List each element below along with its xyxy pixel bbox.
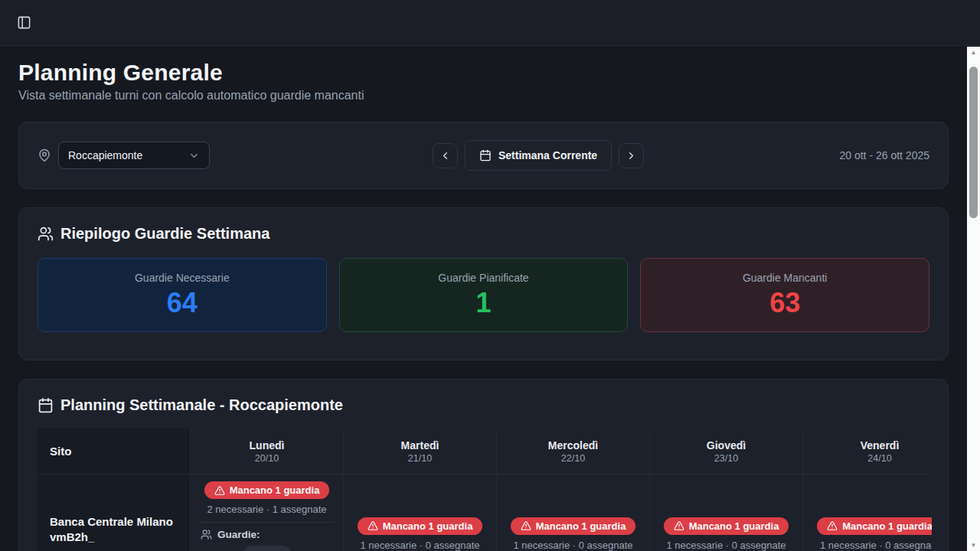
day-date: 22/10 [561, 453, 585, 464]
day-date: 21/10 [408, 453, 432, 464]
missing-guards-badge: Mancano 1 guardia [358, 517, 483, 535]
prev-week-button[interactable] [433, 143, 458, 168]
day-column-header: Martedì21/10 [344, 429, 497, 474]
location-select[interactable]: Roccapiemonte [58, 142, 210, 169]
vertical-scrollbar[interactable]: ▲ ▼ [967, 47, 980, 551]
missing-guards-badge: Mancano 1 guardia [511, 517, 636, 535]
date-range-label: 20 ott - 26 ott 2025 [839, 149, 929, 161]
day-name: Giovedì [707, 439, 746, 452]
week-toolbar: Roccapiemonte Settimana Corrente [18, 122, 949, 189]
missing-guards-badge-label: Mancano 1 guardia [536, 520, 626, 532]
day-column-header: Giovedì23/10 [650, 429, 803, 474]
summary-title: Riepilogo Guardie Settimana [60, 225, 270, 243]
day-shift-cell: Mancano 1 guardia2 necessarie · 1 assegn… [191, 474, 344, 551]
table-header-row: Sito Lunedì20/10Martedì21/10Mercoledì22/… [38, 429, 932, 474]
missing-guards-badge: Mancano 1 guardia [817, 517, 932, 535]
users-icon [201, 529, 212, 540]
calendar-icon [479, 149, 492, 161]
triangle-alert-icon [827, 520, 838, 531]
scrollbar-thumb[interactable] [969, 67, 978, 218]
schedule-table-wrap: Sito Lunedì20/10Martedì21/10Mercoledì22/… [38, 429, 932, 551]
page-title: Planning Generale [18, 60, 949, 86]
stat-label: Guardie Mancanti [641, 272, 929, 284]
triangle-alert-icon [521, 520, 531, 531]
triangle-alert-icon [368, 520, 378, 531]
guards-count-info: 1 necessarie · 0 assegnate [513, 540, 632, 551]
day-shift-cell: Mancano 1 guardia1 necessarie · 0 assegn… [650, 474, 803, 551]
table-row: Banca Centrale Milano vmB2h_ Mancano 1 g… [38, 474, 932, 551]
next-week-button[interactable] [619, 143, 644, 168]
planning-header: Planning Settimanale - Roccapiemonte [38, 396, 929, 414]
site-column-header: Sito [38, 429, 191, 474]
page-content: Planning Generale Vista settimanale turn… [0, 47, 967, 551]
calendar-icon [38, 397, 54, 413]
guard-chip[interactable] [243, 546, 291, 551]
day-column-header: Mercoledì22/10 [497, 429, 650, 474]
planning-title: Planning Settimanale - Roccapiemonte [60, 396, 343, 414]
day-name: Martedì [401, 439, 439, 452]
guards-count-info: 1 necessarie · 0 assegnate [360, 540, 479, 551]
page-subtitle: Vista settimanale turni con calcolo auto… [18, 89, 949, 103]
map-pin-icon [38, 148, 51, 162]
guards-count-info: 1 necessarie · 0 assegnate [820, 540, 932, 551]
day-column-header: Lunedì20/10 [191, 429, 344, 474]
day-date: 24/10 [867, 453, 891, 464]
stat-card-mancanti: Guardie Mancanti 63 [640, 258, 929, 332]
guards-label-row: Guardie: [201, 529, 260, 540]
location-group: Roccapiemonte [38, 142, 210, 169]
missing-guards-badge-label: Mancano 1 guardia [383, 520, 473, 532]
day-date: 23/10 [714, 453, 738, 464]
stat-label: Guardie Necessarie [38, 272, 326, 284]
stat-value: 1 [340, 287, 628, 319]
guards-count-info: 2 necessarie · 1 assegnate [207, 504, 326, 515]
site-name-cell: Banca Centrale Milano vmB2h_ [38, 474, 191, 551]
top-bar [0, 0, 980, 46]
stat-card-necessarie: Guardie Necessarie 64 [38, 258, 327, 332]
chevron-left-icon [439, 150, 451, 161]
triangle-alert-icon [674, 520, 684, 531]
scroll-down-arrow-icon[interactable]: ▼ [967, 540, 980, 551]
schedule-table: Sito Lunedì20/10Martedì21/10Mercoledì22/… [38, 429, 932, 551]
missing-guards-badge-label: Mancano 1 guardia [842, 520, 932, 532]
summary-cards: Guardie Necessarie 64 Guardie Pianificat… [38, 258, 929, 332]
day-name: Mercoledì [548, 439, 598, 452]
stat-card-pianificate: Guardie Pianificate 1 [339, 258, 629, 332]
day-name: Lunedì [250, 439, 285, 452]
location-select-value: Roccapiemonte [68, 149, 142, 161]
summary-panel: Riepilogo Guardie Settimana Guardie Nece… [18, 207, 949, 360]
day-name: Venerdì [861, 439, 900, 452]
day-column-header: Venerdì24/10 [803, 429, 932, 474]
chevron-down-icon [188, 150, 200, 161]
missing-guards-badge: Mancano 1 guardia [664, 517, 789, 535]
day-shift-cell: Mancano 1 guardia1 necessarie · 0 assegn… [803, 474, 932, 551]
planning-panel: Planning Settimanale - Roccapiemonte Sit… [18, 379, 949, 551]
missing-guards-badge-label: Mancano 1 guardia [689, 520, 779, 532]
users-icon [38, 226, 54, 242]
guards-label: Guardie: [217, 529, 260, 540]
week-nav-group: Settimana Corrente [433, 140, 644, 171]
cell-divider [199, 522, 335, 523]
day-shift-cell: Mancano 1 guardia1 necessarie · 0 assegn… [497, 474, 650, 551]
guards-count-info: 1 necessarie · 0 assegnate [666, 540, 786, 551]
triangle-alert-icon [214, 485, 225, 496]
scroll-up-arrow-icon[interactable]: ▲ [967, 47, 980, 58]
stat-value: 64 [38, 287, 326, 319]
chevron-right-icon [626, 150, 637, 161]
missing-guards-badge-label: Mancano 1 guardia [230, 484, 320, 496]
sidebar-toggle-button[interactable] [11, 10, 37, 36]
summary-header: Riepilogo Guardie Settimana [38, 225, 929, 243]
app-viewport: Planning Generale Vista settimanale turn… [0, 0, 980, 551]
missing-guards-badge: Mancano 1 guardia [204, 481, 330, 499]
stat-value: 63 [641, 287, 929, 319]
panel-left-icon [17, 15, 31, 30]
current-week-button[interactable]: Settimana Corrente [465, 140, 612, 171]
day-shift-cell: Mancano 1 guardia1 necessarie · 0 assegn… [344, 474, 497, 551]
stat-label: Guardie Pianificate [340, 272, 628, 284]
day-date: 20/10 [255, 453, 279, 464]
current-week-label: Settimana Corrente [498, 149, 597, 161]
